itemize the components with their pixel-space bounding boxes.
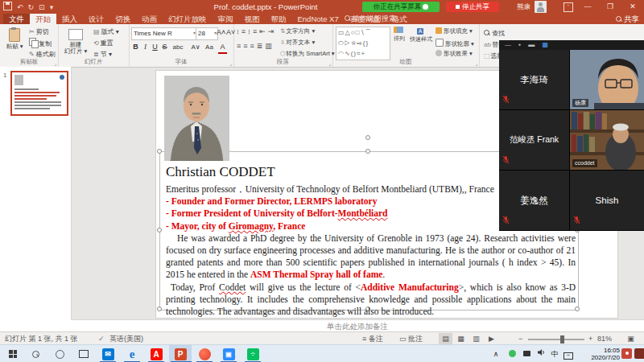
shape-outline-button[interactable]: 形状轮廓 ▾ <box>436 39 474 48</box>
participant-tile[interactable]: 姜逸然 <box>499 171 569 230</box>
comments-toggle[interactable]: ▭ 批注 <box>399 332 423 345</box>
slide-title[interactable]: Christian CODDET <box>166 164 275 180</box>
antivirus-tray-icon[interactable] <box>506 345 518 362</box>
save-icon[interactable] <box>3 2 12 12</box>
menu-tab[interactable]: 帮助 <box>266 14 292 24</box>
notification-tray-icon[interactable] <box>621 348 632 359</box>
notes-pane[interactable]: 单击此处添加备注 <box>71 319 644 332</box>
menu-tab[interactable]: 幻灯片放映 <box>163 14 213 24</box>
reading-view-button[interactable]: ▥ <box>469 333 483 344</box>
shapes-gallery[interactable]: ▭△○□∖⌒⬭▷☆⇨{}◠∿()≈+ <box>336 27 390 60</box>
fit-to-window-button[interactable]: ▣ <box>624 333 638 344</box>
spellcheck-icon[interactable]: ✓ <box>98 332 105 345</box>
layout-button[interactable]: ▤版式 ▾ <box>93 27 119 37</box>
account-name[interactable]: 熊康 <box>517 0 530 14</box>
close-button[interactable]: ✕ <box>623 0 642 14</box>
smartart-button[interactable]: ⬡转换为 SmartArt ▾ <box>280 50 335 58</box>
shape-fill-button[interactable]: 形状填充 ▾ <box>436 27 473 35</box>
text-shadow-button[interactable]: abc <box>170 42 186 52</box>
copy-button[interactable]: 复制 <box>29 38 52 48</box>
resize-handle[interactable] <box>157 228 162 232</box>
gallery-view-icon[interactable]: ▦ <box>543 41 549 48</box>
touch-keyboard-icon[interactable]: ▪▪ <box>562 345 575 362</box>
menu-tab[interactable]: EndNote X7 <box>292 14 345 24</box>
dialog-launcher-icon[interactable]: ⌟ <box>328 60 331 66</box>
strikethrough-button[interactable]: S <box>160 42 169 52</box>
find-button[interactable]: 查找 <box>484 29 505 38</box>
browser-app-icon[interactable] <box>195 347 214 361</box>
edge-app-icon[interactable]: e <box>122 347 142 361</box>
font-size-combo[interactable]: 28▾ <box>196 27 218 40</box>
qat-customize-icon[interactable]: ▾ <box>50 3 54 11</box>
tray-expand-icon[interactable]: ∧ <box>489 345 502 362</box>
italic-button[interactable]: I <box>141 42 150 52</box>
slide-thumbnail[interactable] <box>10 71 68 116</box>
quick-styles-button[interactable]: A 快速样式 <box>410 27 432 43</box>
participant-tile[interactable]: 李海琦 <box>499 50 569 109</box>
notification-tray-icon[interactable] <box>634 348 644 359</box>
slide-sorter-view-button[interactable]: ▦ <box>454 333 468 344</box>
meeting-minimize-icon[interactable]: — <box>505 41 511 48</box>
shape-effects-button[interactable]: 形状效果 ▾ <box>436 50 473 58</box>
ribbon-display-options-icon[interactable]: ˆ <box>564 2 573 12</box>
notes-toggle[interactable]: ≡ 备注 <box>362 332 383 345</box>
taskbar-clock[interactable]: 16:052020/7/20 <box>576 347 620 361</box>
menu-tab[interactable]: 开始 <box>30 14 56 24</box>
powerpoint-app-icon[interactable]: P <box>171 347 190 361</box>
task-view-button[interactable] <box>74 347 93 361</box>
normal-view-button[interactable]: ▤ <box>439 333 452 344</box>
cortana-button[interactable] <box>50 347 69 361</box>
menu-tab[interactable]: 切换 <box>109 14 136 24</box>
start-slideshow-icon[interactable]: ⊡ <box>39 3 45 11</box>
undo-icon[interactable]: ↶ <box>17 3 23 11</box>
rotate-handle[interactable] <box>365 135 370 140</box>
font-color-button[interactable]: A <box>218 42 227 54</box>
volume-tray-icon[interactable] <box>535 345 547 362</box>
menu-tab[interactable]: 设计 <box>83 14 109 24</box>
stop-sharing-button[interactable]: 停止共享 <box>446 2 499 12</box>
new-slide-button[interactable]: 新建幻灯片 ▾ <box>61 27 90 55</box>
bold-button[interactable]: B <box>131 42 140 52</box>
align-text-button[interactable]: ⇳对齐文本 ▾ <box>280 39 315 47</box>
slideshow-button[interactable]: ▶ <box>485 333 498 344</box>
resize-handle[interactable] <box>157 306 162 311</box>
share-button[interactable]: 共享 <box>616 14 639 24</box>
grow-font-icon[interactable]: A˄ <box>217 27 225 38</box>
zoom-in-button[interactable]: + <box>588 332 592 345</box>
reset-button[interactable]: ⟲重置 <box>93 38 114 48</box>
zoom-level[interactable]: 81% <box>597 332 612 345</box>
ime-indicator[interactable]: 中 <box>549 345 560 362</box>
speaker-view-icon[interactable]: ▪ <box>518 41 521 48</box>
active-speaker-video[interactable]: ccoddet <box>570 110 644 170</box>
acrobat-app-icon[interactable]: A <box>147 347 166 361</box>
participant-tile[interactable]: Shish <box>570 171 644 230</box>
portrait-photo[interactable] <box>164 76 229 161</box>
avatar[interactable] <box>535 1 547 13</box>
text-direction-button[interactable]: ⇅文字方向 ▾ <box>280 27 315 35</box>
minimize-button[interactable]: — <box>578 0 597 14</box>
tell-me-search[interactable]: 操作说明搜索 <box>345 14 396 24</box>
dialog-launcher-icon[interactable]: ⌟ <box>475 60 477 66</box>
bullets-numbering-icons[interactable]: ⁝≡⁝≡⇤⇥ <box>237 27 276 35</box>
zoom-out-button[interactable]: − <box>518 332 522 345</box>
menu-tab[interactable]: 视图 <box>239 14 266 24</box>
alignment-icons[interactable]: ≡≡≡≣▥ <box>237 42 275 50</box>
participant-video[interactable]: 杨康 <box>570 50 644 109</box>
paste-button[interactable]: 粘贴 ▾ <box>2 27 27 50</box>
zoom-app-icon[interactable]: ▣ <box>219 347 238 361</box>
underline-button[interactable]: U <box>151 42 159 52</box>
mail-app-icon[interactable]: ✉ <box>98 347 118 361</box>
menu-tab[interactable]: 审阅 <box>213 14 239 24</box>
font-name-combo[interactable]: Times New R▾ <box>131 27 197 40</box>
taskbar-search-button[interactable] <box>27 347 47 361</box>
character-spacing-button[interactable]: A∨ <box>189 42 202 52</box>
strip-view-icon[interactable]: ▬ <box>528 41 535 48</box>
restore-button[interactable]: ❐ <box>601 0 620 14</box>
redo-icon[interactable]: ↻ <box>28 3 35 11</box>
battery-tray-icon[interactable] <box>520 345 533 362</box>
menu-tab[interactable]: 文件 <box>3 14 30 24</box>
wechat-app-icon[interactable]: ⁘ <box>243 347 262 361</box>
zoom-slider[interactable] <box>528 339 584 340</box>
zoom-slider-thumb[interactable] <box>560 335 564 343</box>
change-case-button[interactable]: Aa <box>204 42 215 52</box>
